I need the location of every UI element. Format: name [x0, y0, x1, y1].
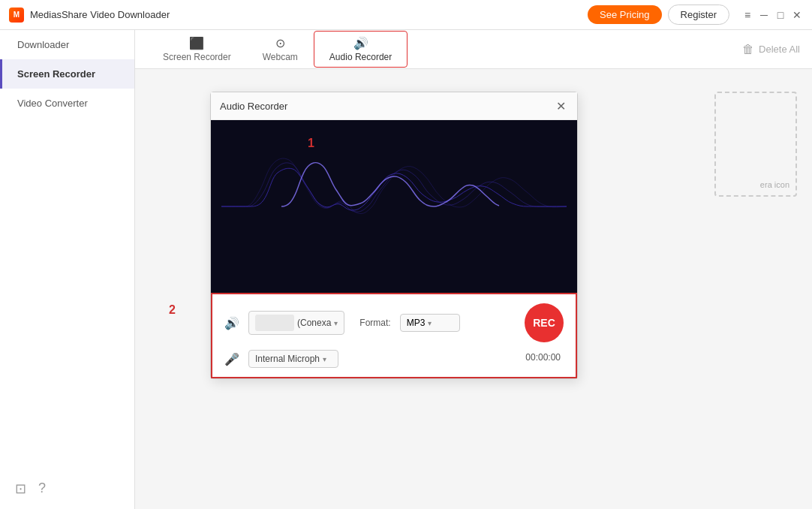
format-dropdown[interactable]: MP3 ▾ — [400, 314, 460, 332]
speaker-dropdown-arrow: ▾ — [334, 319, 338, 327]
help-icon[interactable]: ? — [38, 480, 46, 497]
rec-area: REC — [525, 303, 564, 342]
sidebar-item-downloader[interactable]: Downloader — [0, 30, 134, 59]
camera-placeholder: era icon — [714, 92, 797, 197]
dialog-close-button[interactable]: ✕ — [553, 98, 568, 113]
rec-button[interactable]: REC — [525, 303, 564, 342]
minimize-button[interactable]: ─ — [758, 9, 770, 21]
speaker-dropdown[interactable]: (Conexa ▾ — [248, 311, 344, 335]
sidebar-footer: ⊡ ? — [0, 480, 134, 497]
app-title: MediasShare Video Downloader — [30, 9, 170, 20]
tabs-right: 🗑 Delete All — [742, 43, 800, 56]
menu-icon[interactable]: ≡ — [741, 9, 753, 21]
content-area: ⬛ Screen Recorder ⊙ Webcam 🔊 Audio Recor… — [135, 30, 812, 509]
tab-audio-recorder[interactable]: 🔊 Audio Recorder — [314, 31, 408, 68]
format-label: Format: — [359, 318, 390, 328]
format-dropdown-arrow: ▾ — [428, 319, 432, 327]
delete-icon: 🗑 — [742, 43, 754, 56]
tab-webcam[interactable]: ⊙ Webcam — [247, 31, 314, 68]
dialog-title-bar: Audio Recorder ✕ — [211, 92, 577, 120]
speaker-icon: 🔊 — [224, 316, 239, 330]
sidebar-nav: Downloader Screen Recorder Video Convert… — [0, 30, 134, 118]
see-pricing-button[interactable]: See Pricing — [588, 5, 661, 24]
mic-icon: 🎤 — [224, 352, 239, 366]
timer-display: 00:00:00 — [525, 352, 561, 363]
close-button[interactable]: ✕ — [791, 9, 803, 21]
annotation-1: 1 — [308, 137, 314, 150]
audio-recorder-dialog: Audio Recorder ✕ — [210, 92, 578, 379]
mic-dropdown-arrow: ▾ — [323, 355, 326, 363]
audio-recorder-icon: 🔊 — [353, 36, 368, 50]
webcam-icon: ⊙ — [275, 36, 285, 50]
title-bar: M MediasShare Video Downloader See Prici… — [0, 0, 812, 30]
controls-row-1: 🔊 (Conexa ▾ Format: MP3 ▾ REC — [224, 303, 564, 342]
title-bar-right: See Pricing Register ≡ ─ □ ✕ — [588, 5, 803, 25]
dialog-title: Audio Recorder — [220, 101, 287, 112]
app-icon: M — [9, 8, 24, 23]
book-icon[interactable]: ⊡ — [15, 480, 26, 497]
delete-all-label[interactable]: Delete All — [759, 44, 800, 55]
mic-label: Internal Microph — [255, 354, 320, 364]
sidebar: Downloader Screen Recorder Video Convert… — [0, 30, 135, 509]
tab-screen-recorder[interactable]: ⬛ Screen Recorder — [147, 31, 247, 68]
format-value: MP3 — [407, 318, 426, 328]
sidebar-item-screen-recorder[interactable]: Screen Recorder — [0, 59, 134, 89]
mic-dropdown[interactable]: Internal Microph ▾ — [248, 350, 338, 368]
register-button[interactable]: Register — [668, 5, 729, 25]
tabs-group: ⬛ Screen Recorder ⊙ Webcam 🔊 Audio Recor… — [147, 31, 408, 68]
controls-row-2: 🎤 Internal Microph ▾ 00:00:00 — [224, 350, 564, 368]
tabs-bar: ⬛ Screen Recorder ⊙ Webcam 🔊 Audio Recor… — [135, 30, 812, 69]
speaker-preview — [255, 315, 294, 331]
camera-text: era icon — [760, 180, 789, 189]
maximize-button[interactable]: □ — [774, 9, 786, 21]
waveform-svg — [221, 139, 567, 274]
title-bar-left: M MediasShare Video Downloader — [9, 8, 170, 23]
window-controls: ≡ ─ □ ✕ — [741, 9, 803, 21]
sidebar-item-video-converter[interactable]: Video Converter — [0, 89, 134, 118]
annotation-2: 2 — [169, 303, 176, 317]
speaker-label: (Conexa — [297, 318, 331, 328]
main-content: 1 2 Audio Recorder ✕ — [135, 69, 812, 509]
waveform-display — [211, 120, 577, 293]
screen-recorder-icon: ⬛ — [189, 36, 204, 50]
controls-panel: 🔊 (Conexa ▾ Format: MP3 ▾ REC — [211, 293, 577, 378]
app-body: Downloader Screen Recorder Video Convert… — [0, 30, 812, 509]
